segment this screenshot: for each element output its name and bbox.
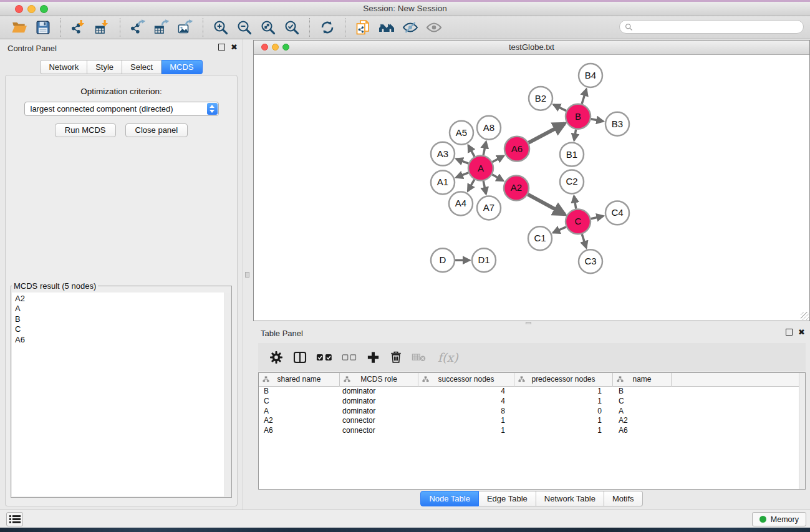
edge-A-A3[interactable]	[456, 159, 469, 163]
edge-A-A7[interactable]	[483, 181, 486, 194]
node-B[interactable]: B	[566, 104, 591, 129]
result-item[interactable]: B	[15, 314, 231, 324]
export-table-icon[interactable]	[152, 18, 171, 37]
node-A2[interactable]: A2	[504, 176, 529, 201]
edge-A-A4[interactable]	[468, 180, 474, 191]
function-builder-icon[interactable]: f(x)	[435, 349, 458, 365]
column-header-MCDS-role[interactable]: MCDS role	[340, 373, 418, 387]
clone-network-icon[interactable]	[354, 18, 372, 37]
zoom-fit-icon[interactable]	[259, 18, 277, 37]
select-all-checkboxes-icon[interactable]	[316, 349, 333, 365]
show-eye-icon[interactable]	[425, 18, 443, 37]
save-session-icon[interactable]	[34, 18, 52, 37]
search-input[interactable]	[635, 21, 803, 33]
node-C4[interactable]: C4	[605, 201, 629, 225]
column-header-name[interactable]: name	[613, 373, 672, 387]
export-network-icon[interactable]	[128, 18, 147, 37]
zoom-selected-icon[interactable]	[282, 18, 301, 37]
table-row[interactable]: Bdominator41B	[259, 387, 805, 397]
delete-table-icon[interactable]	[412, 349, 427, 365]
edge-B-B4[interactable]	[582, 89, 586, 104]
float-table-panel-icon[interactable]	[786, 329, 793, 336]
node-A3[interactable]: A3	[431, 142, 455, 166]
task-history-button[interactable]	[6, 512, 23, 526]
tab-select[interactable]: Select	[122, 60, 162, 74]
edge-C-C4[interactable]	[591, 216, 603, 218]
node-B1[interactable]: B1	[560, 143, 584, 167]
run-mcds-button[interactable]: Run MCDS	[55, 123, 116, 137]
close-table-panel-icon[interactable]: ✖	[798, 329, 805, 336]
hide-panels-icon[interactable]	[401, 18, 420, 37]
split-panel-icon[interactable]	[292, 349, 307, 365]
node-D1[interactable]: D1	[472, 248, 496, 272]
edge-A-A5[interactable]	[468, 145, 475, 157]
result-item[interactable]: A	[15, 304, 231, 314]
result-scrollbar[interactable]	[224, 293, 231, 496]
add-column-icon[interactable]	[366, 349, 380, 365]
node-A[interactable]: A	[468, 156, 493, 181]
open-session-icon[interactable]	[10, 18, 29, 37]
result-item[interactable]: A2	[15, 294, 231, 304]
edge-A-A8[interactable]	[483, 142, 486, 155]
resize-grip-icon[interactable]	[801, 312, 809, 320]
node-A6[interactable]: A6	[504, 137, 529, 162]
table-row[interactable]: A2connector11A2	[259, 416, 805, 426]
node-C2[interactable]: C2	[560, 170, 584, 194]
network-home-icon[interactable]	[377, 18, 396, 37]
node-A4[interactable]: A4	[449, 191, 473, 215]
table-row[interactable]: Cdominator41C	[259, 397, 805, 407]
tab-network-table[interactable]: Network Table	[536, 491, 604, 506]
edge-B-B3[interactable]	[591, 119, 604, 122]
column-header-predecessor-nodes[interactable]: predecessor nodes	[514, 373, 613, 387]
column-header-shared-name[interactable]: shared name	[259, 373, 340, 387]
delete-column-icon[interactable]	[389, 349, 403, 365]
edge-A-A2[interactable]	[492, 175, 503, 181]
tab-motifs[interactable]: Motifs	[604, 491, 643, 506]
refresh-icon[interactable]	[318, 18, 337, 37]
search-box[interactable]	[619, 20, 804, 34]
optimization-criterion-select[interactable]: largest connected component (directed)	[24, 102, 219, 116]
result-item[interactable]: C	[15, 324, 231, 334]
zoom-out-icon[interactable]	[235, 18, 254, 37]
node-B3[interactable]: B3	[605, 112, 629, 136]
node-A7[interactable]: A7	[477, 196, 501, 220]
edge-C-C3[interactable]	[582, 234, 586, 248]
node-D[interactable]: D	[431, 248, 455, 272]
edge-B-B2[interactable]	[554, 105, 566, 111]
node-B4[interactable]: B4	[579, 64, 602, 87]
table-row[interactable]: A6connector11A6	[259, 426, 805, 436]
tab-network[interactable]: Network	[40, 60, 87, 74]
edge-C-C2[interactable]	[574, 196, 576, 208]
clear-checkboxes-icon[interactable]	[342, 349, 357, 365]
tab-style[interactable]: Style	[87, 60, 122, 74]
export-image-icon[interactable]	[176, 18, 195, 37]
edge-C-C1[interactable]	[553, 227, 566, 233]
node-B2[interactable]: B2	[529, 87, 552, 110]
table-scrollbar[interactable]	[799, 373, 805, 489]
node-C3[interactable]: C3	[579, 249, 602, 273]
edge-A-A6[interactable]	[493, 156, 504, 162]
tab-edge-table[interactable]: Edge Table	[479, 491, 536, 506]
node-A1[interactable]: A1	[431, 171, 455, 195]
result-item[interactable]: A6	[15, 335, 231, 345]
zoom-in-icon[interactable]	[211, 18, 230, 37]
float-panel-icon[interactable]	[218, 44, 225, 51]
node-C1[interactable]: C1	[528, 226, 552, 250]
node-A5[interactable]: A5	[450, 121, 473, 145]
table-row[interactable]: Adominator80A	[259, 407, 805, 417]
tab-mcds[interactable]: MCDS	[162, 60, 202, 74]
import-table-icon[interactable]	[93, 18, 112, 37]
import-network-icon[interactable]	[69, 18, 88, 37]
node-A8[interactable]: A8	[477, 116, 501, 140]
edge-A-A1[interactable]	[456, 173, 469, 177]
node-C[interactable]: C	[566, 209, 591, 234]
edge-A6-B[interactable]	[529, 123, 565, 143]
vertical-split-handle[interactable]	[245, 272, 249, 278]
column-header-successor-nodes[interactable]: successor nodes	[418, 373, 514, 387]
close-panel-icon[interactable]: ✖	[231, 44, 238, 51]
edge-B-B1[interactable]	[574, 129, 576, 140]
network-window-titlebar[interactable]: testGlobe.txt	[254, 41, 809, 55]
tab-node-table[interactable]: Node Table	[420, 491, 479, 506]
edge-A2-C[interactable]	[528, 195, 564, 215]
close-panel-button[interactable]: Close panel	[125, 123, 188, 137]
